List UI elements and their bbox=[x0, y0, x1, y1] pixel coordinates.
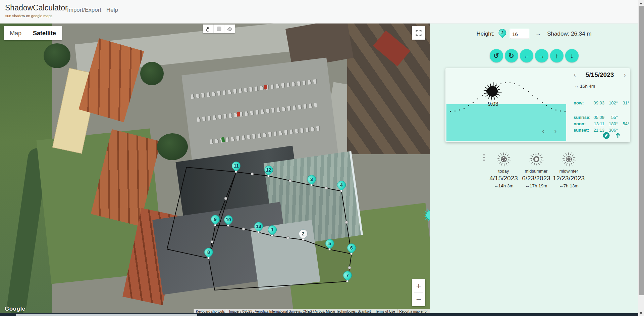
map-marker[interactable]: 13 bbox=[254, 222, 263, 234]
rotate-cw-icon: ↻ bbox=[508, 52, 514, 60]
scroll-up-arrow-icon[interactable] bbox=[640, 2, 642, 4]
arrow-down-icon: ↓ bbox=[570, 52, 574, 60]
hand-icon bbox=[205, 26, 211, 32]
sun-position-icon[interactable] bbox=[423, 207, 430, 223]
arrow-right-icon: → bbox=[535, 31, 541, 37]
map-marker[interactable]: 3 bbox=[307, 175, 316, 187]
map-canvas[interactable]: 11123491013125687 Map Satellite + bbox=[0, 23, 430, 316]
move-down-button[interactable]: ↓ bbox=[565, 49, 579, 62]
map-marker[interactable]: 9 bbox=[211, 215, 220, 227]
rotate-ccw-icon: ↺ bbox=[493, 52, 499, 60]
rotate-ccw-button[interactable]: ↺ bbox=[490, 49, 503, 62]
move-right-button[interactable]: → bbox=[535, 49, 548, 62]
fullscreen-icon bbox=[415, 29, 422, 37]
day-length-value: ↔ 16h 4m bbox=[574, 84, 595, 89]
map-marker[interactable]: 2 bbox=[299, 229, 308, 241]
map-marker[interactable]: 7 bbox=[343, 271, 352, 283]
sun-ring-icon bbox=[529, 151, 544, 167]
preset-midwinter[interactable]: midwinter 12/23/2023 ↔7h 13m bbox=[552, 151, 585, 188]
scroll-down-arrow-icon[interactable] bbox=[640, 312, 642, 315]
map-marker[interactable]: 10 bbox=[224, 215, 233, 227]
menu-help[interactable]: Help bbox=[106, 7, 118, 13]
more-options-icon[interactable] bbox=[481, 154, 487, 161]
preset-midsummer[interactable]: midsummer 6/23/2023 ↔17h 19m bbox=[520, 151, 552, 188]
arrow-left-icon: ← bbox=[523, 52, 530, 60]
zoom-out-button[interactable]: − bbox=[412, 293, 425, 306]
move-rotate-controls: ↺ ↻ ← → ↑ ↓ bbox=[430, 49, 638, 62]
height-row: Height: 2 → Shadow: 26.34 m bbox=[430, 28, 638, 40]
compass-icon[interactable] bbox=[603, 132, 610, 139]
app-header: ShadowCalculator sun shadow on google ma… bbox=[0, 0, 644, 24]
fullscreen-button[interactable] bbox=[412, 26, 425, 40]
horizontal-scrollbar-thumb[interactable] bbox=[16, 314, 197, 316]
sunrise-row: sunrise: 05:09 55° bbox=[574, 115, 629, 120]
map-marker[interactable]: 1 bbox=[268, 225, 277, 237]
prev-day-chevron[interactable]: ‹ bbox=[574, 71, 576, 79]
height-input[interactable] bbox=[510, 29, 529, 39]
map-type-control: Map Satellite bbox=[4, 26, 62, 40]
now-row: now: 09:03 102° 31° bbox=[574, 100, 629, 105]
vertical-scrollbar-thumb[interactable] bbox=[639, 6, 644, 295]
preset-today[interactable]: today 4/15/2023 ↔14h 3m bbox=[487, 151, 520, 188]
polygon-tool-button[interactable] bbox=[224, 25, 235, 33]
time-step-back-chevron[interactable]: ‹ bbox=[542, 128, 544, 135]
menu-import-export[interactable]: Import/Export bbox=[67, 7, 101, 13]
move-left-button[interactable]: ← bbox=[520, 49, 533, 62]
zoom-in-button[interactable]: + bbox=[412, 279, 425, 292]
arrow-right-icon: → bbox=[538, 52, 545, 60]
pan-tool-button[interactable] bbox=[203, 25, 214, 33]
map-marker[interactable]: 8 bbox=[204, 248, 213, 260]
noon-row: noon: 13:11 180° 54° bbox=[574, 121, 629, 126]
sun-day-card: 9:03 ‹ › ‹ 5/15/2023 › ↔ 16h 4m now: 09:… bbox=[445, 68, 630, 142]
shadow-length-value: Shadow: 26.34 m bbox=[547, 31, 591, 37]
rectangle-icon bbox=[216, 26, 222, 32]
map-marker[interactable]: 12 bbox=[264, 166, 273, 178]
date-presets: today 4/15/2023 ↔14h 3m midsummer 6/23/2… bbox=[481, 151, 585, 188]
vertical-scrollbar[interactable] bbox=[638, 0, 644, 316]
date-navigator: ‹ 5/15/2023 › bbox=[574, 71, 626, 79]
map-marker[interactable]: 6 bbox=[347, 243, 356, 256]
card-action-icons bbox=[603, 132, 621, 139]
app-title: ShadowCalculator bbox=[5, 3, 68, 12]
map-marker[interactable]: 5 bbox=[325, 239, 334, 251]
current-sun-icon[interactable] bbox=[482, 81, 502, 101]
drawing-toolbar bbox=[203, 25, 235, 33]
time-step-forward-chevron[interactable]: › bbox=[554, 128, 556, 135]
height-label: Height: bbox=[476, 31, 494, 37]
move-up-button[interactable]: ↑ bbox=[550, 49, 564, 62]
polygon-icon bbox=[227, 26, 233, 32]
map-marker[interactable]: 11 bbox=[231, 162, 241, 174]
rectangle-tool-button[interactable] bbox=[214, 25, 224, 33]
sun-crosshair-icon bbox=[496, 151, 512, 167]
arrow-up-icon: ↑ bbox=[555, 52, 558, 60]
next-day-chevron[interactable]: › bbox=[624, 71, 626, 79]
zoom-control: + − bbox=[412, 279, 425, 306]
map-type-map-button[interactable]: Map bbox=[4, 26, 27, 40]
selected-marker-pin: 2 bbox=[498, 29, 506, 39]
horizontal-scrollbar[interactable] bbox=[0, 313, 638, 316]
selected-date[interactable]: 5/15/2023 bbox=[586, 71, 614, 79]
rotate-cw-button[interactable]: ↻ bbox=[505, 49, 518, 62]
google-logo: Google bbox=[5, 306, 25, 312]
sun-dot-icon bbox=[561, 151, 577, 167]
arrow-up-icon[interactable] bbox=[614, 132, 621, 139]
map-marker[interactable]: 4 bbox=[337, 181, 346, 193]
app-subtitle: sun shadow on google maps bbox=[5, 14, 52, 18]
control-panel: Height: 2 → Shadow: 26.34 m ↺ ↻ ← → ↑ ↓ … bbox=[430, 23, 638, 316]
current-time-label: 9:03 bbox=[476, 101, 510, 107]
map-type-satellite-button[interactable]: Satellite bbox=[27, 26, 62, 40]
